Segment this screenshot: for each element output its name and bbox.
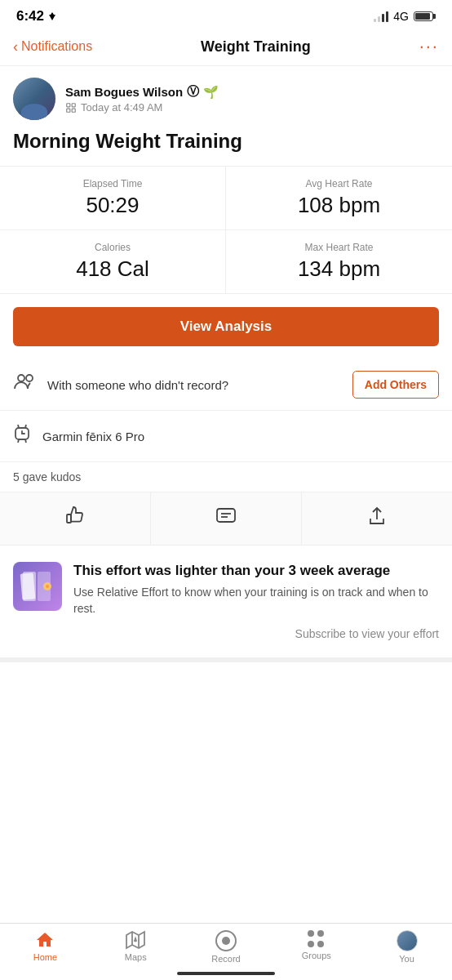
svg-rect-0 xyxy=(67,103,70,106)
record-label: Record xyxy=(211,954,240,964)
svg-line-9 xyxy=(18,439,19,443)
svg-point-4 xyxy=(18,375,24,381)
nav-item-maps[interactable]: Maps xyxy=(91,930,181,964)
people-icon xyxy=(13,371,36,399)
svg-line-10 xyxy=(25,439,26,443)
post-meta: Sam Bogues Wilson Ⓥ 🌱 Today at 4:49 AM xyxy=(65,84,439,114)
effort-icon xyxy=(13,562,62,611)
activity-type-icon xyxy=(65,102,77,114)
svg-line-8 xyxy=(25,425,26,428)
record-icon xyxy=(215,930,237,951)
back-label: Notifications xyxy=(21,39,92,54)
effort-card: This effort was lighter than your 3 week… xyxy=(0,546,452,662)
action-bar xyxy=(0,492,452,546)
network-label: 4G xyxy=(393,10,409,23)
home-icon xyxy=(35,930,55,950)
kudos-button[interactable] xyxy=(0,492,151,545)
effort-text: This effort was lighter than your 3 week… xyxy=(73,562,439,617)
stat-value-max-hr: 134 bpm xyxy=(239,256,439,282)
svg-rect-3 xyxy=(72,109,75,112)
nav-item-record[interactable]: Record xyxy=(181,930,272,964)
verified-badge: Ⓥ xyxy=(187,84,199,100)
status-right: 4G xyxy=(374,10,436,23)
activity-title: Morning Weight Training xyxy=(0,127,452,166)
with-someone-text: With someone who didn't record? xyxy=(47,376,341,394)
nav-item-groups[interactable]: Groups xyxy=(271,930,361,964)
nav-item-home[interactable]: Home xyxy=(0,930,91,964)
nav-title: Weight Training xyxy=(201,38,311,56)
location-icon xyxy=(47,11,57,21)
user-avatar-icon xyxy=(397,930,418,951)
comment-button[interactable] xyxy=(151,492,302,545)
device-name: Garmin fēnix 6 Pro xyxy=(42,430,144,443)
add-others-button[interactable]: Add Others xyxy=(352,371,439,399)
svg-rect-1 xyxy=(72,103,75,106)
kudos-count: 5 xyxy=(13,470,20,483)
signal-bars xyxy=(374,11,388,22)
stat-value-avg-hr: 108 bpm xyxy=(239,193,439,218)
svg-rect-2 xyxy=(67,109,70,112)
view-analysis-button[interactable]: View Analysis xyxy=(13,307,439,346)
stat-avg-hr: Avg Heart Rate 108 bpm xyxy=(226,167,452,230)
svg-point-22 xyxy=(46,585,49,588)
svg-line-7 xyxy=(18,425,19,428)
post-time: Today at 4:49 AM xyxy=(65,101,439,114)
maps-icon xyxy=(126,930,145,950)
thumbs-up-icon xyxy=(64,506,86,532)
svg-rect-13 xyxy=(67,514,71,523)
stat-label-avg-hr: Avg Heart Rate xyxy=(239,178,439,189)
post-user: Sam Bogues Wilson Ⓥ 🌱 xyxy=(65,84,439,100)
subscribe-link[interactable]: Subscribe to view your effort xyxy=(295,627,439,640)
effort-title: This effort was lighter than your 3 week… xyxy=(73,562,439,580)
home-label: Home xyxy=(33,952,57,962)
stat-value-calories: 418 Cal xyxy=(13,256,212,282)
stat-calories: Calories 418 Cal xyxy=(0,230,226,293)
stat-max-hr: Max Heart Rate 134 bpm xyxy=(226,230,452,293)
kudos-row: 5 gave kudos xyxy=(0,462,452,492)
stats-grid: Elapsed Time 50:29 Avg Heart Rate 108 bp… xyxy=(0,166,452,294)
you-label: You xyxy=(399,954,414,964)
stat-value-elapsed: 50:29 xyxy=(13,193,212,218)
groups-label: Groups xyxy=(302,951,331,960)
status-time: 6:42 xyxy=(16,8,57,24)
back-chevron-icon: ‹ xyxy=(13,38,18,56)
stat-label-max-hr: Max Heart Rate xyxy=(239,242,439,253)
nav-item-you[interactable]: You xyxy=(361,930,452,964)
svg-point-5 xyxy=(26,375,33,381)
svg-rect-14 xyxy=(217,509,235,522)
device-row: Garmin fēnix 6 Pro xyxy=(0,411,452,462)
share-icon xyxy=(366,506,388,532)
back-button[interactable]: ‹ Notifications xyxy=(13,38,92,56)
maps-label: Maps xyxy=(125,952,147,962)
stat-elapsed-time: Elapsed Time 50:29 xyxy=(0,167,226,230)
battery-icon xyxy=(414,11,436,21)
svg-rect-20 xyxy=(20,572,36,599)
nav-bar: ‹ Notifications Weight Training ··· xyxy=(0,29,452,66)
watch-icon xyxy=(13,422,31,450)
plant-emoji: 🌱 xyxy=(203,85,219,100)
more-button[interactable]: ··· xyxy=(419,36,439,57)
with-someone-row: With someone who didn't record? Add Othe… xyxy=(0,359,452,411)
share-button[interactable] xyxy=(302,492,452,545)
groups-icon xyxy=(308,930,326,948)
home-indicator xyxy=(177,972,275,975)
post-header: Sam Bogues Wilson Ⓥ 🌱 Today at 4:49 AM xyxy=(0,66,452,127)
user-name: Sam Bogues Wilson xyxy=(65,85,183,99)
stat-label-elapsed: Elapsed Time xyxy=(13,178,212,189)
comment-icon xyxy=(215,506,237,532)
stat-label-calories: Calories xyxy=(13,242,212,253)
avatar[interactable] xyxy=(13,78,55,120)
effort-subscribe: Subscribe to view your effort xyxy=(13,626,439,641)
effort-description: Use Relative Effort to know when your tr… xyxy=(73,585,439,617)
status-bar: 6:42 4G xyxy=(0,0,452,29)
post-timestamp: Today at 4:49 AM xyxy=(81,101,162,114)
